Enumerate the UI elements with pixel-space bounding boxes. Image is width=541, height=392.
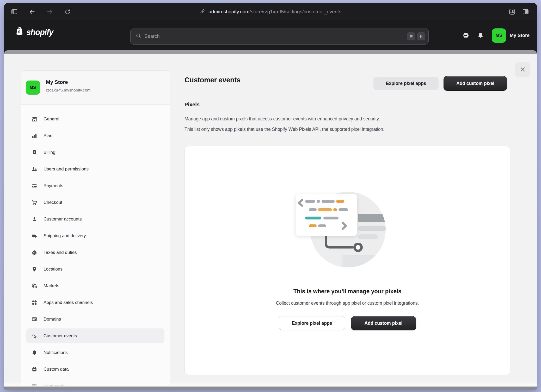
sidebar-item-languages[interactable]: Languages: [26, 378, 164, 387]
sidebar-item-taxes-and-duties[interactable]: Taxes and duties: [26, 245, 164, 260]
explore-pixel-apps-button[interactable]: Explore pixel apps: [373, 77, 439, 90]
sidebar-item-shipping-and-delivery[interactable]: Shipping and delivery: [26, 228, 164, 243]
sidebar-item-label: Users and permissions: [44, 167, 89, 172]
sidebar-item-icon: [32, 300, 37, 305]
sidebar-item-general[interactable]: General: [26, 112, 164, 126]
pixels-section-heading: Pixels: [185, 102, 200, 108]
sidebar-item-icon: [32, 366, 37, 372]
pixels-description: Manage app and custom pixels that access…: [185, 114, 515, 134]
split-view-icon[interactable]: [522, 8, 529, 15]
sidebar-item-label: Taxes and duties: [44, 250, 77, 255]
sidebar-item-icon: [32, 383, 37, 387]
header-store-name[interactable]: My Store: [510, 33, 530, 38]
sidebar-item-label: Domains: [44, 317, 61, 322]
sidebar-item-label: Customer events: [44, 333, 77, 339]
pixels-empty-state-card: This is where you’ll manage your pixels …: [185, 146, 510, 375]
app-pixels-link[interactable]: app pixels: [225, 127, 246, 132]
close-button[interactable]: [515, 62, 530, 77]
url-host: admin.shopify.com: [208, 9, 249, 14]
sidebar-item-payments[interactable]: Payments: [26, 178, 164, 193]
sidebar-item-icon: [32, 150, 37, 155]
sidebar-item-apps-and-sales-channels[interactable]: Apps and sales channels: [26, 295, 164, 310]
sidebar-item-icon: [32, 250, 37, 255]
sidebar-item-label: Customer accounts: [44, 217, 82, 222]
reload-icon[interactable]: [64, 8, 71, 15]
sidebar-item-label: Custom data: [44, 367, 69, 372]
sidebar-item-custom-data[interactable]: Custom data: [26, 362, 164, 377]
search-icon: [136, 33, 141, 40]
sidebar-item-label: Shipping and delivery: [44, 233, 86, 238]
desktop: admin.shopify.com/store/rzq1xu-f5/settin…: [0, 0, 541, 392]
page-title: Customer events: [185, 76, 241, 84]
sidebar-toggle-icon[interactable]: [11, 8, 18, 15]
back-icon[interactable]: [29, 8, 35, 15]
sidebar-item-label: Locations: [44, 267, 63, 272]
sidebar-item-label: Markets: [44, 283, 59, 289]
settings-sidebar: MS My Store rzq1xu-f5.myshopify.com Gene…: [21, 70, 170, 387]
sidebar-item-customer-events[interactable]: Customer events: [26, 328, 164, 343]
sidebar-item-markets[interactable]: Markets: [26, 278, 164, 293]
shopify-bag-icon: [15, 26, 24, 38]
search-placeholder: Search: [144, 33, 405, 39]
sidebar-item-domains[interactable]: Domains: [26, 312, 164, 327]
store-avatar[interactable]: MS: [492, 28, 506, 43]
sidebar-item-icon: [32, 350, 37, 356]
address-bar[interactable]: admin.shopify.com/store/rzq1xu-f5/settin…: [4, 3, 537, 20]
sidebar-item-label: Billing: [44, 150, 55, 155]
sidebar-item-label: Checkout: [44, 200, 62, 205]
settings-menu: General Plan Billing Users and permissio…: [26, 112, 164, 387]
sidebar-item-icon: [32, 183, 37, 189]
sidebar-item-icon: [32, 316, 37, 322]
sidebar-item-label: Plan: [44, 133, 52, 138]
sidebar-item-label: General: [44, 117, 59, 122]
k-key-badge: K: [417, 32, 425, 40]
sidebar-item-label: Notifications: [44, 350, 68, 355]
sidebar-store-card[interactable]: MS My Store rzq1xu-f5.myshopify.com: [21, 71, 170, 105]
sidebar-item-label: Payments: [44, 183, 63, 188]
url-path: /store/rzq1xu-f5/settings/customer_event…: [249, 9, 341, 14]
sidebar-item-users-and-permissions[interactable]: Users and permissions: [26, 162, 164, 176]
sidebar-item-checkout[interactable]: Checkout: [26, 195, 164, 210]
sidebar-item-label: Apps and sales channels: [44, 300, 93, 305]
sidekick-avatar-icon[interactable]: [463, 32, 469, 39]
sidebar-item-icon: [32, 166, 37, 172]
sidebar-item-icon: [32, 133, 37, 139]
sidebar-item-icon: [32, 233, 37, 239]
shopify-logo[interactable]: shopify: [15, 26, 53, 38]
empty-state-heading: This is where you’ll manage your pixels: [185, 288, 510, 295]
empty-state-explore-pixel-apps-button[interactable]: Explore pixel apps: [279, 316, 345, 330]
browser-window: admin.shopify.com/store/rzq1xu-f5/settin…: [4, 3, 537, 390]
forward-icon[interactable]: [46, 8, 53, 15]
shopify-wordmark: shopify: [26, 28, 53, 37]
sidebar-item-customer-accounts[interactable]: Customer accounts: [26, 212, 164, 226]
sidebar-item-icon: [32, 266, 37, 272]
sidebar-item-plan[interactable]: Plan: [26, 128, 164, 143]
sidebar-item-icon: [32, 333, 37, 339]
sidebar-store-name: My Store: [46, 79, 68, 85]
sidebar-item-label: Languages: [44, 383, 65, 387]
link-icon: [200, 8, 205, 15]
sidebar-item-billing[interactable]: Billing: [26, 145, 164, 160]
empty-state-subtext: Collect customer events through app pixe…: [185, 301, 510, 306]
sidebar-store-avatar: MS: [26, 81, 40, 95]
browser-toolbar: admin.shopify.com/store/rzq1xu-f5/settin…: [4, 3, 537, 20]
pixels-illustration: [287, 188, 396, 271]
notifications-bell-icon[interactable]: [477, 32, 484, 39]
cmd-key-badge: ⌘: [407, 32, 415, 40]
sidebar-item-icon: [32, 283, 37, 289]
search-input[interactable]: Search ⌘ K: [130, 28, 429, 45]
sidebar-item-icon: [32, 216, 37, 222]
sidebar-store-domain: rzq1xu-f5.myshopify.com: [46, 88, 90, 93]
sidebar-item-locations[interactable]: Locations: [26, 262, 164, 277]
browser-tune-icon[interactable]: [509, 8, 515, 15]
empty-state-add-custom-pixel-button[interactable]: Add custom pixel: [351, 316, 416, 330]
settings-modal: MS My Store rzq1xu-f5.myshopify.com Gene…: [4, 54, 537, 387]
sidebar-item-notifications[interactable]: Notifications: [26, 345, 164, 360]
sidebar-item-icon: [32, 116, 37, 122]
sidebar-item-icon: [32, 200, 37, 205]
close-icon: [520, 66, 526, 74]
admin-header: shopify Search ⌘ K MS My Store: [4, 21, 537, 50]
add-custom-pixel-button[interactable]: Add custom pixel: [444, 76, 507, 91]
